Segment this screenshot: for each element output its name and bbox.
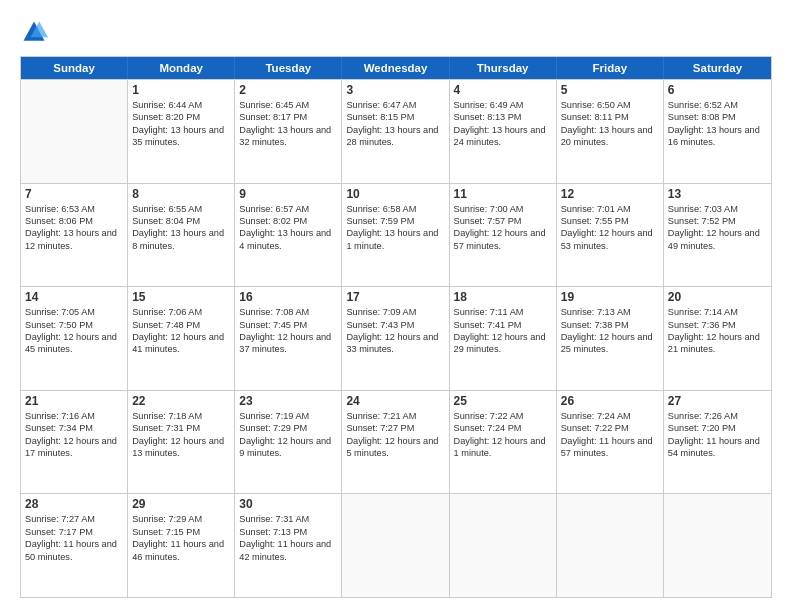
cal-cell: 3Sunrise: 6:47 AMSunset: 8:15 PMDaylight… <box>342 80 449 183</box>
cell-info: Daylight: 12 hours and 49 minutes. <box>668 227 767 252</box>
day-header-tuesday: Tuesday <box>235 57 342 79</box>
cell-info: Sunrise: 6:47 AM <box>346 99 444 111</box>
cell-info: Daylight: 12 hours and 21 minutes. <box>668 331 767 356</box>
cell-info: Sunrise: 7:08 AM <box>239 306 337 318</box>
cal-cell: 22Sunrise: 7:18 AMSunset: 7:31 PMDayligh… <box>128 391 235 494</box>
cell-info: Sunrise: 7:22 AM <box>454 410 552 422</box>
cell-info: Sunset: 7:20 PM <box>668 422 767 434</box>
cal-cell: 19Sunrise: 7:13 AMSunset: 7:38 PMDayligh… <box>557 287 664 390</box>
cell-info: Sunrise: 7:11 AM <box>454 306 552 318</box>
logo-icon <box>20 18 48 46</box>
cell-info: Sunrise: 7:16 AM <box>25 410 123 422</box>
cell-info: Sunset: 8:11 PM <box>561 111 659 123</box>
cal-cell: 11Sunrise: 7:00 AMSunset: 7:57 PMDayligh… <box>450 184 557 287</box>
cell-info: Daylight: 12 hours and 9 minutes. <box>239 435 337 460</box>
cell-info: Sunset: 7:38 PM <box>561 319 659 331</box>
day-number: 21 <box>25 394 123 408</box>
cell-info: Daylight: 13 hours and 24 minutes. <box>454 124 552 149</box>
day-number: 20 <box>668 290 767 304</box>
day-header-monday: Monday <box>128 57 235 79</box>
cell-info: Sunrise: 7:14 AM <box>668 306 767 318</box>
day-number: 12 <box>561 187 659 201</box>
cell-info: Sunset: 7:22 PM <box>561 422 659 434</box>
day-number: 28 <box>25 497 123 511</box>
cell-info: Daylight: 12 hours and 37 minutes. <box>239 331 337 356</box>
cell-info: Daylight: 13 hours and 12 minutes. <box>25 227 123 252</box>
cell-info: Sunset: 8:08 PM <box>668 111 767 123</box>
day-number: 18 <box>454 290 552 304</box>
day-header-thursday: Thursday <box>450 57 557 79</box>
cell-info: Sunset: 8:20 PM <box>132 111 230 123</box>
cal-cell: 29Sunrise: 7:29 AMSunset: 7:15 PMDayligh… <box>128 494 235 597</box>
cell-info: Sunrise: 7:19 AM <box>239 410 337 422</box>
cell-info: Sunset: 8:06 PM <box>25 215 123 227</box>
cell-info: Sunset: 7:57 PM <box>454 215 552 227</box>
calendar-header: SundayMondayTuesdayWednesdayThursdayFrid… <box>21 57 771 79</box>
cell-info: Daylight: 13 hours and 1 minute. <box>346 227 444 252</box>
cal-cell: 8Sunrise: 6:55 AMSunset: 8:04 PMDaylight… <box>128 184 235 287</box>
week-row-5: 28Sunrise: 7:27 AMSunset: 7:17 PMDayligh… <box>21 493 771 597</box>
cal-cell: 27Sunrise: 7:26 AMSunset: 7:20 PMDayligh… <box>664 391 771 494</box>
cell-info: Daylight: 13 hours and 32 minutes. <box>239 124 337 149</box>
calendar-body: 1Sunrise: 6:44 AMSunset: 8:20 PMDaylight… <box>21 79 771 597</box>
cell-info: Sunset: 7:34 PM <box>25 422 123 434</box>
cal-cell <box>342 494 449 597</box>
cal-cell: 12Sunrise: 7:01 AMSunset: 7:55 PMDayligh… <box>557 184 664 287</box>
cell-info: Daylight: 12 hours and 57 minutes. <box>454 227 552 252</box>
cell-info: Sunset: 7:17 PM <box>25 526 123 538</box>
cell-info: Daylight: 12 hours and 13 minutes. <box>132 435 230 460</box>
cal-cell <box>450 494 557 597</box>
cell-info: Sunset: 7:48 PM <box>132 319 230 331</box>
cell-info: Sunrise: 7:31 AM <box>239 513 337 525</box>
cell-info: Sunrise: 6:45 AM <box>239 99 337 111</box>
day-number: 14 <box>25 290 123 304</box>
day-number: 11 <box>454 187 552 201</box>
cell-info: Sunrise: 7:26 AM <box>668 410 767 422</box>
cell-info: Sunset: 8:17 PM <box>239 111 337 123</box>
cell-info: Daylight: 11 hours and 57 minutes. <box>561 435 659 460</box>
cell-info: Sunset: 8:02 PM <box>239 215 337 227</box>
cell-info: Sunrise: 7:18 AM <box>132 410 230 422</box>
cell-info: Daylight: 12 hours and 45 minutes. <box>25 331 123 356</box>
cell-info: Sunset: 7:15 PM <box>132 526 230 538</box>
cal-cell: 21Sunrise: 7:16 AMSunset: 7:34 PMDayligh… <box>21 391 128 494</box>
cal-cell: 28Sunrise: 7:27 AMSunset: 7:17 PMDayligh… <box>21 494 128 597</box>
cal-cell: 20Sunrise: 7:14 AMSunset: 7:36 PMDayligh… <box>664 287 771 390</box>
week-row-4: 21Sunrise: 7:16 AMSunset: 7:34 PMDayligh… <box>21 390 771 494</box>
cell-info: Sunset: 7:43 PM <box>346 319 444 331</box>
cell-info: Daylight: 11 hours and 54 minutes. <box>668 435 767 460</box>
cell-info: Sunset: 8:15 PM <box>346 111 444 123</box>
cell-info: Daylight: 13 hours and 16 minutes. <box>668 124 767 149</box>
day-number: 25 <box>454 394 552 408</box>
cell-info: Daylight: 12 hours and 41 minutes. <box>132 331 230 356</box>
day-header-saturday: Saturday <box>664 57 771 79</box>
cell-info: Daylight: 11 hours and 46 minutes. <box>132 538 230 563</box>
cal-cell: 26Sunrise: 7:24 AMSunset: 7:22 PMDayligh… <box>557 391 664 494</box>
day-number: 5 <box>561 83 659 97</box>
day-number: 16 <box>239 290 337 304</box>
cell-info: Sunset: 7:13 PM <box>239 526 337 538</box>
day-number: 7 <box>25 187 123 201</box>
cell-info: Sunset: 7:50 PM <box>25 319 123 331</box>
day-number: 27 <box>668 394 767 408</box>
day-number: 26 <box>561 394 659 408</box>
week-row-3: 14Sunrise: 7:05 AMSunset: 7:50 PMDayligh… <box>21 286 771 390</box>
cal-cell: 13Sunrise: 7:03 AMSunset: 7:52 PMDayligh… <box>664 184 771 287</box>
day-number: 24 <box>346 394 444 408</box>
cell-info: Sunrise: 6:53 AM <box>25 203 123 215</box>
cell-info: Sunrise: 7:13 AM <box>561 306 659 318</box>
cal-cell: 25Sunrise: 7:22 AMSunset: 7:24 PMDayligh… <box>450 391 557 494</box>
cell-info: Sunset: 7:29 PM <box>239 422 337 434</box>
cell-info: Daylight: 13 hours and 28 minutes. <box>346 124 444 149</box>
cell-info: Daylight: 12 hours and 25 minutes. <box>561 331 659 356</box>
cell-info: Sunrise: 7:01 AM <box>561 203 659 215</box>
cell-info: Daylight: 12 hours and 29 minutes. <box>454 331 552 356</box>
day-number: 23 <box>239 394 337 408</box>
day-header-friday: Friday <box>557 57 664 79</box>
day-number: 10 <box>346 187 444 201</box>
day-number: 29 <box>132 497 230 511</box>
cell-info: Sunset: 8:04 PM <box>132 215 230 227</box>
cal-cell: 7Sunrise: 6:53 AMSunset: 8:06 PMDaylight… <box>21 184 128 287</box>
cell-info: Sunrise: 7:03 AM <box>668 203 767 215</box>
week-row-2: 7Sunrise: 6:53 AMSunset: 8:06 PMDaylight… <box>21 183 771 287</box>
